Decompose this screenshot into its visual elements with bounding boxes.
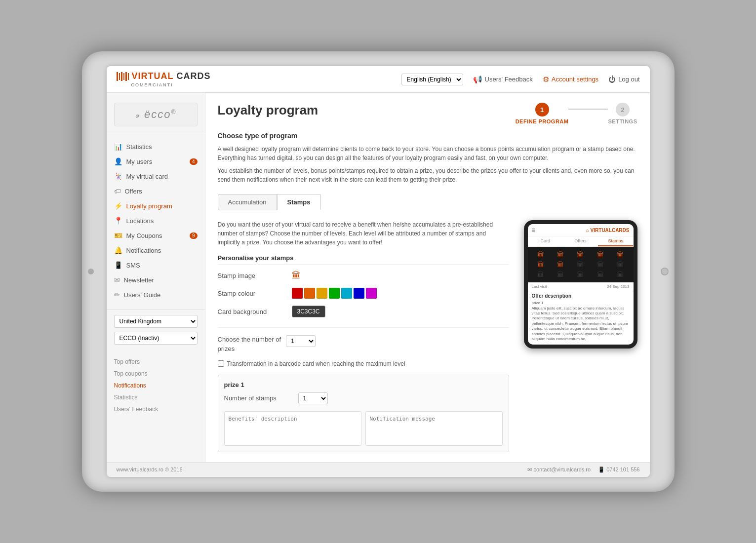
quick-link-top-coupons[interactable]: Top coupons	[114, 368, 198, 380]
sidebar-links: Top offers Top coupons Notifications Sta…	[107, 353, 205, 418]
phone-offer-text: prize 1Aliquam justo elit, suscipit ac o…	[528, 301, 634, 345]
num-stamps-select[interactable]: 1 2 5 10	[298, 392, 328, 404]
color-purple[interactable]	[366, 288, 377, 299]
sidebar-logo-area: ⚙ ëcco®	[107, 93, 205, 134]
phone-mockup: ≡ ⌂ VIRTUALCARDS Card Offers Stamps 🏛	[524, 220, 637, 452]
stamps-content: Do you want the user of your virtual car…	[218, 220, 637, 452]
phone-tab-stamps: Stamps	[598, 236, 633, 246]
content-area: Loyalty program 1 DEFINE PROGRAM 2	[205, 93, 650, 462]
gear-small-icon: ⚙	[135, 114, 140, 119]
step-1-label: DEFINE PROGRAM	[516, 118, 569, 124]
location-icon: 📍	[114, 217, 122, 225]
tab-stamps[interactable]: Stamps	[277, 194, 321, 210]
barcode-checkbox-row: Transformation in a barcode card when re…	[218, 360, 509, 367]
benefits-description[interactable]	[224, 411, 361, 446]
stamp-colour-row: Stamp colour	[218, 288, 509, 299]
phone-tabs: Card Offers Stamps	[528, 236, 634, 247]
phone-stamp-7: 🏛	[552, 261, 569, 269]
brand-logo: ⚙ ëcco®	[114, 103, 198, 126]
prize-1-box: prize 1 Number of stamps 1 2 5 10	[218, 375, 509, 452]
phone-last-visit-date: 24 Sep 2013	[607, 284, 629, 289]
num-stamps-row: Number of stamps 1 2 5 10	[224, 392, 503, 404]
sidebar-item-statistics[interactable]: 📊 Statistics	[107, 139, 205, 154]
logo-sub: COMERCIANTI	[131, 82, 173, 87]
country-select[interactable]: United Kingdom	[114, 315, 198, 328]
phone-stamp-1: 🏛	[532, 251, 550, 259]
sidebar-nav: 📊 Statistics 👤 My users 4 🃏	[107, 134, 205, 307]
phone-menu-icon: ≡	[532, 227, 535, 233]
sidebar-item-guide[interactable]: ✏ Users' Guide	[107, 287, 205, 302]
prizes-count-row: Choose the number ofprizes 1 2 3	[218, 335, 509, 353]
description-2: You establish the number of levels, bonu…	[218, 166, 637, 184]
phone-screen: ≡ ⌂ VIRTUALCARDS Card Offers Stamps 🏛	[528, 224, 634, 345]
phone-stamp-13: 🏛	[571, 271, 589, 278]
phone-tab-offers: Offers	[563, 236, 598, 246]
color-red[interactable]	[292, 288, 303, 299]
sidebar-item-coupons[interactable]: 🎫 My Coupons 9	[107, 228, 205, 243]
sidebar-item-newsletter[interactable]: ✉ Newsletter	[107, 272, 205, 287]
phone-stamp-4: 🏛	[592, 251, 609, 259]
color-green[interactable]	[329, 288, 340, 299]
step-1-circle: 1	[535, 103, 549, 116]
card-icon: 🃏	[114, 172, 122, 180]
footer: www.virtualcards.ro © 2016 ✉ contact@vir…	[107, 462, 650, 477]
color-blue[interactable]	[354, 288, 364, 299]
logout-button[interactable]: ⏻ Log out	[608, 75, 639, 83]
color-cyan[interactable]	[341, 288, 352, 299]
sidebar-item-notifications[interactable]: 🔔 Notifications	[107, 243, 205, 258]
barcode-transform-checkbox[interactable]	[218, 360, 224, 367]
section-title: Choose type of program	[218, 132, 637, 140]
color-yellow[interactable]	[317, 288, 327, 299]
sidebar-item-offers[interactable]: 🏷 Offers	[107, 184, 205, 198]
phone-stamp-2: 🏛	[552, 251, 569, 259]
language-select[interactable]: English (English)	[401, 74, 463, 85]
step-line	[568, 109, 608, 110]
quick-link-top-offers[interactable]: Top offers	[114, 356, 198, 368]
logo-virtual: VIRTUAL	[132, 71, 174, 81]
tablet-left-button	[88, 269, 94, 274]
stamp-image-row: Stamp image 🏛	[218, 271, 509, 281]
guide-icon: ✏	[114, 291, 120, 299]
prizes-select-wrap: 1 2 3	[286, 335, 316, 347]
footer-email: ✉ contact@virtualcards.ro	[527, 466, 591, 473]
sidebar-item-locations[interactable]: 📍 Locations	[107, 213, 205, 228]
footer-phone: 📱 0742 101 556	[598, 466, 639, 473]
sidebar-dropdowns: United Kingdom ECCO (Inactiv)	[107, 310, 205, 353]
phone-stamp-11: 🏛	[532, 271, 550, 278]
tab-accumulation[interactable]: Accumulation	[218, 194, 277, 210]
color-orange[interactable]	[304, 288, 315, 299]
card-background-row: Card background 3C3C3C	[218, 306, 509, 317]
user-icon: 👤	[114, 157, 122, 165]
color-swatches	[292, 288, 377, 299]
users-feedback-button[interactable]: 📢 Users' Feedback	[473, 75, 533, 84]
phone-stamp-14: 🏛	[592, 271, 609, 278]
coupons-badge: 9	[190, 233, 198, 239]
notification-message[interactable]	[365, 411, 503, 446]
description-1: A well designed loyalty program will det…	[218, 145, 637, 162]
prize-textareas	[224, 411, 503, 446]
sidebar-item-loyalty[interactable]: ⚡ Loyalty program	[107, 198, 205, 213]
card-background-picker[interactable]: 3C3C3C	[292, 306, 325, 317]
sidebar-item-my-users[interactable]: 👤 My users 4	[107, 154, 205, 169]
num-stamps-label: Number of stamps	[224, 394, 293, 402]
stamp-colour-label: Stamp colour	[218, 290, 287, 297]
account-settings-button[interactable]: ⚙ Account settings	[543, 75, 598, 84]
phone-device: ≡ ⌂ VIRTUALCARDS Card Offers Stamps 🏛	[524, 220, 637, 349]
sidebar-item-virtual-card[interactable]: 🃏 My virtual card	[107, 169, 205, 184]
card-background-label: Card background	[218, 308, 287, 315]
quick-link-feedback[interactable]: Users' Feedback	[114, 403, 198, 415]
prizes-select[interactable]: 1 2 3	[286, 335, 316, 347]
store-select[interactable]: ECCO (Inactiv)	[114, 332, 198, 345]
newsletter-icon: ✉	[114, 276, 120, 284]
quick-link-notifications[interactable]: Notifications	[114, 380, 198, 391]
users-badge: 4	[190, 158, 198, 165]
step-indicator: 1 DEFINE PROGRAM 2 SETTINGS	[516, 103, 637, 124]
phone-stamps-grid: 🏛 🏛 🏛 🏛 🏛 🏛 🏛 🏛 🏛 🏛	[528, 247, 634, 282]
stamp-image-icon[interactable]: 🏛	[292, 271, 301, 281]
step-1: 1 DEFINE PROGRAM	[516, 103, 569, 124]
top-bar-right: English (English) 📢 Users' Feedback ⚙ Ac…	[401, 74, 640, 85]
quick-link-statistics[interactable]: Statistics	[114, 391, 198, 403]
program-tabs: Accumulation Stamps	[218, 194, 637, 210]
sidebar-item-sms[interactable]: 📱 SMS	[107, 258, 205, 272]
stamps-form: Do you want the user of your virtual car…	[218, 220, 509, 452]
